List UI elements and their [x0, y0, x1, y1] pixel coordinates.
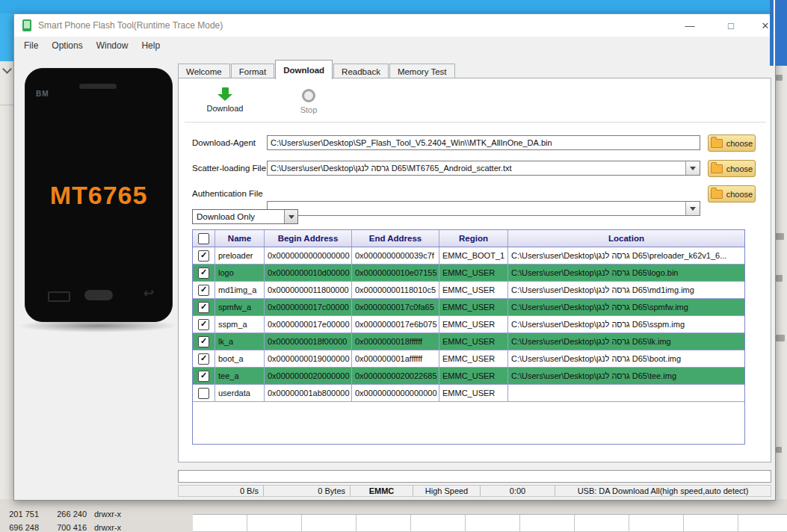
- row-checkbox[interactable]: ✓: [198, 285, 209, 296]
- header-begin-address: Begin Address: [265, 230, 352, 247]
- background-table-cells: [193, 514, 787, 532]
- cell-region: EMMC_BOOT_1: [439, 247, 508, 264]
- cell-location: C:\Users\user\Desktop\גרסה לנגן D65\sspm…: [508, 316, 744, 332]
- menu-options[interactable]: Options: [45, 38, 89, 53]
- auth-dropdown-button[interactable]: [685, 202, 700, 215]
- table-row[interactable]: ✓ tee_a 0x0000000020000000 0x00000000200…: [193, 368, 744, 385]
- status-bar: 0 B/s 0 Bytes EMMC High Speed 0:00 USB: …: [178, 485, 771, 497]
- status-usb: USB: DA Download All(high speed,auto det…: [555, 486, 771, 496]
- tab-memory-test[interactable]: Memory Test: [389, 64, 455, 79]
- table-header-row: Name Begin Address End Address Region Lo…: [193, 230, 744, 247]
- cell-end: 0x00000000118010c5: [352, 282, 439, 298]
- file-size: 696 248: [3, 523, 39, 532]
- cell-region: EMMC_USER: [439, 316, 508, 332]
- cell-begin: 0x0000000017c00000: [265, 299, 352, 315]
- scatter-file-combobox[interactable]: C:\Users\user\Desktop\גרסה לנגן D65\MT67…: [267, 161, 700, 176]
- background-fragment: [776, 335, 785, 341]
- cell-begin: 0x0000000020000000: [265, 368, 352, 384]
- download-agent-value: C:\Users\user\Desktop\SP_Flash_Tool_V5.2…: [271, 138, 552, 147]
- row-checkbox[interactable]: ✓: [198, 302, 209, 313]
- table-row[interactable]: ✓ spmfw_a 0x0000000017c00000 0x000000001…: [193, 299, 744, 316]
- cell-end: 0x0000000010e07155: [352, 265, 439, 281]
- download-agent-label: Download-Agent: [192, 138, 256, 147]
- table-row[interactable]: ✓ lk_a 0x0000000018f00000 0x0000000018ff…: [193, 333, 744, 350]
- row-checkbox[interactable]: ✓: [198, 336, 209, 347]
- table-row[interactable]: ✓ logo 0x0000000010d00000 0x0000000010e0…: [193, 265, 744, 282]
- phone-home-button: [84, 290, 113, 300]
- menu-window[interactable]: Window: [90, 38, 135, 53]
- menu-help[interactable]: Help: [135, 38, 167, 53]
- menu-file[interactable]: File: [17, 38, 45, 53]
- row-checkbox[interactable]: ✓: [198, 267, 209, 279]
- background-left-strip: [0, 61, 13, 499]
- table-row[interactable]: ✓ md1img_a 0x0000000011800000 0x00000000…: [193, 282, 744, 299]
- stop-button[interactable]: Stop: [282, 87, 336, 114]
- choose-button-label: choose: [726, 139, 753, 148]
- phone-image: BM MT6765 ↩: [25, 68, 173, 322]
- table-row[interactable]: ✓ boot_a 0x0000000019000000 0x000000001a…: [193, 350, 744, 368]
- tab-welcome[interactable]: Welcome: [178, 64, 230, 79]
- status-time: 0:00: [481, 486, 555, 496]
- auth-file-choose-button[interactable]: choose: [708, 185, 756, 202]
- background-fragment: [776, 275, 783, 282]
- cell-begin: 0x00000001ab800000: [265, 385, 352, 401]
- minimize-button[interactable]: —: [682, 18, 698, 33]
- cell-location: C:\Users\user\Desktop\גרסה לנגן D65\boot…: [508, 350, 744, 367]
- background-file-row: 696 248 700 416 drwxr-x: [3, 523, 121, 532]
- status-speed-mode: High Speed: [413, 486, 481, 496]
- cell-end: 0x0000000018ffffff: [352, 333, 439, 350]
- row-checkbox[interactable]: ✓: [198, 371, 209, 382]
- cell-name: md1img_a: [215, 282, 265, 298]
- window-title: Smart Phone Flash Tool(Runtime Trace Mod…: [38, 20, 223, 31]
- tab-download[interactable]: Download: [275, 60, 333, 79]
- scatter-dropdown-button[interactable]: [685, 161, 700, 175]
- auth-file-label: Authentication File: [192, 189, 263, 198]
- cell-end: 0x0000000020022685: [352, 368, 439, 384]
- checkbox-mark: ✓: [200, 337, 207, 345]
- tab-format[interactable]: Format: [231, 64, 274, 79]
- cell-region: EMMC_USER: [439, 282, 508, 298]
- cell-name: preloader: [215, 247, 265, 264]
- chevron-down-icon: [690, 167, 696, 170]
- phone-shadow: [19, 319, 177, 332]
- maximize-button[interactable]: □: [723, 18, 739, 33]
- header-checkbox[interactable]: [198, 233, 209, 244]
- row-checkbox[interactable]: ✓: [198, 353, 209, 365]
- phone-menu-icon: [48, 291, 70, 302]
- cell-location: [508, 385, 744, 401]
- phone-model-label: MT6765: [25, 181, 172, 210]
- row-checkbox[interactable]: [198, 388, 209, 399]
- download-agent-input[interactable]: C:\Users\user\Desktop\SP_Flash_Tool_V5.2…: [267, 135, 700, 150]
- cell-name: boot_a: [215, 350, 265, 367]
- download-button[interactable]: Download: [198, 87, 252, 113]
- status-bytes: 0 Bytes: [264, 486, 351, 496]
- row-checkbox[interactable]: ✓: [198, 250, 209, 262]
- table-row[interactable]: ✓ preloader 0x0000000000000000 0x0000000…: [193, 247, 744, 265]
- file-permissions: drwxr-x: [94, 510, 121, 519]
- auth-file-combobox[interactable]: [267, 201, 700, 216]
- stop-button-label: Stop: [282, 105, 336, 114]
- cell-location: C:\Users\user\Desktop\גרסה לנגן D65\tee.…: [508, 368, 744, 384]
- table-row[interactable]: ✓ sspm_a 0x0000000017e00000 0x0000000017…: [193, 316, 744, 333]
- header-end-address: End Address: [352, 230, 439, 247]
- download-mode-select[interactable]: Download Only: [192, 209, 298, 224]
- cell-region: EMMC_USER: [439, 385, 508, 401]
- app-icon: [22, 19, 31, 31]
- cell-begin: 0x0000000019000000: [265, 350, 352, 367]
- tab-readback[interactable]: Readback: [333, 64, 389, 79]
- scatter-file-choose-button[interactable]: choose: [708, 160, 756, 177]
- download-mode-value: Download Only: [197, 212, 255, 221]
- cell-name: userdata: [215, 385, 265, 401]
- cell-region: EMMC_USER: [439, 265, 508, 281]
- mode-dropdown-button[interactable]: [284, 210, 297, 223]
- checkbox-mark: ✓: [200, 251, 207, 259]
- partition-table: Name Begin Address End Address Region Lo…: [192, 229, 745, 445]
- download-agent-choose-button[interactable]: choose: [708, 134, 756, 152]
- header-location: Location: [508, 230, 744, 247]
- chevron-down-icon: [288, 215, 294, 219]
- background-fragment: [776, 75, 783, 81]
- row-checkbox[interactable]: ✓: [198, 319, 209, 330]
- table-row[interactable]: userdata 0x00000001ab800000 0x0000000000…: [193, 385, 744, 402]
- progress-bar: [178, 470, 771, 483]
- cell-name: logo: [215, 265, 265, 281]
